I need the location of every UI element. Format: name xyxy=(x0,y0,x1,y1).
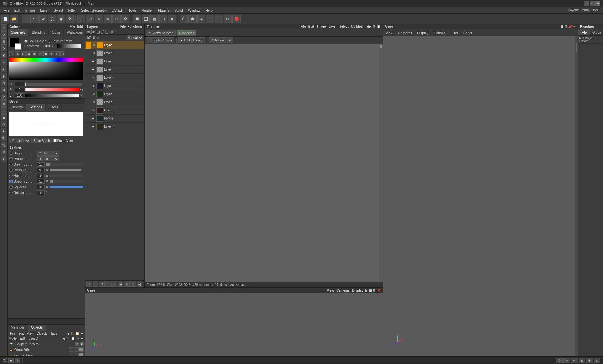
menu-help[interactable]: Help xyxy=(203,8,215,13)
layer-eye-5[interactable]: 👁 xyxy=(91,84,96,88)
pressure-radio[interactable] xyxy=(9,169,13,172)
tool-b5[interactable]: ⊕ xyxy=(1,80,7,86)
tab-filters[interactable]: Filters xyxy=(46,104,62,111)
layer-move-dn-btn[interactable]: ↓ xyxy=(111,281,117,287)
toolbar-b1[interactable]: ⬚ xyxy=(77,15,85,23)
menu-select[interactable]: Select xyxy=(51,8,66,13)
view-display-menu[interactable]: Display xyxy=(415,30,431,35)
layer-item-7[interactable]: 👁 Layer 9 xyxy=(85,98,144,106)
obj-arrow[interactable]: ◀ xyxy=(67,332,69,335)
tool-b7[interactable]: ⚙ xyxy=(1,94,7,100)
bt-2[interactable]: ◈ xyxy=(563,358,570,363)
layer-item-8[interactable]: 👁 Layer 8 xyxy=(85,106,144,115)
tool-select[interactable]: ↖ xyxy=(1,24,7,31)
pressure-slider[interactable] xyxy=(50,169,83,171)
layer-move-up-btn[interactable]: ↑ xyxy=(105,281,111,287)
brightness-slider[interactable] xyxy=(57,44,81,48)
layer-eye-7[interactable]: 👁 xyxy=(91,100,96,104)
obj-vis-1[interactable] xyxy=(69,347,73,352)
tab-settings[interactable]: Settings xyxy=(26,104,46,111)
view-pin-icon[interactable]: 📌 xyxy=(568,25,573,28)
status-btn-2[interactable]: ✕ xyxy=(15,358,20,363)
menu-image[interactable]: Image xyxy=(23,8,38,13)
connected-btn[interactable]: Connected xyxy=(177,30,196,36)
toolbar-c1[interactable]: 🔲 xyxy=(133,15,141,23)
obj-vis-5[interactable] xyxy=(74,353,79,356)
color-tool-9[interactable]: ⊟ xyxy=(55,51,60,56)
toolbar-b5[interactable]: ⊗ xyxy=(112,15,121,23)
squeeze-input[interactable] xyxy=(37,185,45,189)
layer-add-btn[interactable]: + xyxy=(86,281,92,287)
v-slider[interactable] xyxy=(25,94,79,97)
hue-bar[interactable] xyxy=(9,58,83,62)
menu-file[interactable]: File xyxy=(1,8,12,13)
obj-body-sphere[interactable]: ▲ body_sphere xyxy=(8,352,85,356)
obj-extra2[interactable]: 📋 xyxy=(75,332,80,335)
view-panel-menu[interactable]: Panel xyxy=(461,30,475,35)
s-value-input[interactable] xyxy=(15,88,24,92)
rotation-input[interactable] xyxy=(37,190,45,195)
toolbar-rotate[interactable]: ⟳ xyxy=(39,15,47,23)
layer-item-0[interactable]: 👁 Layer xyxy=(85,41,144,49)
blend-mode-select[interactable]: Normal xyxy=(126,35,143,40)
obj-object299[interactable]: ▲ Object299 xyxy=(8,347,85,352)
layer-merge-btn[interactable]: ⊞ xyxy=(124,281,130,287)
tool-c3[interactable]: ◼ xyxy=(1,114,7,120)
bottom-cameras-menu[interactable]: Cameras xyxy=(335,289,351,292)
color-tool-7[interactable]: ◼ xyxy=(43,51,48,56)
tool-b2[interactable]: ✏ xyxy=(1,59,7,65)
store-color-checkbox[interactable] xyxy=(53,139,57,142)
obj-vis-3[interactable] xyxy=(79,347,84,352)
toolbar-circle[interactable]: ◯ xyxy=(48,15,56,23)
tab-color[interactable]: Color xyxy=(49,29,63,36)
menu-select-geometry[interactable]: Select Geometry xyxy=(79,8,109,13)
toolbar-c2[interactable]: 🔳 xyxy=(142,15,150,23)
hardness-slider[interactable] xyxy=(50,174,83,177)
layer-eye-4[interactable]: 👁 xyxy=(91,76,96,80)
h-slider[interactable] xyxy=(25,83,82,86)
bottom-display-menu[interactable]: Display xyxy=(351,289,365,292)
spacing-slider[interactable] xyxy=(50,180,83,183)
tex-scroll-1[interactable]: ▲ xyxy=(380,45,382,48)
toolbar-d6[interactable]: ⊠ xyxy=(224,15,232,23)
tool-rotate[interactable]: ⟳ xyxy=(1,45,7,51)
color-tool-1[interactable]: ⬡ xyxy=(9,51,14,56)
tool-c4[interactable]: ⬡ xyxy=(1,121,7,127)
toolbar-d1[interactable]: ⬡ xyxy=(180,15,188,23)
bottom-view-menu[interactable]: View xyxy=(326,289,335,292)
toolbar-d3[interactable]: ◈ xyxy=(197,15,205,23)
layer-item-3[interactable]: 👁 Layer xyxy=(85,66,144,74)
layer-item-9[interactable]: 👁 레이어 xyxy=(85,115,144,123)
mode-extra3[interactable]: ↩ xyxy=(76,337,80,340)
mode-extra2[interactable]: 📋 xyxy=(70,337,75,340)
layer-eye-2[interactable]: 👁 xyxy=(91,59,96,64)
bt-4[interactable]: ▦ xyxy=(579,358,585,363)
mode-extra1[interactable]: ⚙ xyxy=(66,337,70,340)
solid-color-radio[interactable]: Solid Color xyxy=(24,39,46,43)
layer-flat-btn[interactable]: ≡ xyxy=(130,281,136,287)
toolbar-b3[interactable]: ◈ xyxy=(95,15,103,23)
toolbar-b4[interactable]: ⊕ xyxy=(104,15,112,23)
tool-b4[interactable]: ◈ xyxy=(1,73,7,79)
layer-eye-3[interactable]: 👁 xyxy=(91,67,96,72)
colors-edit-menu[interactable]: Edit xyxy=(77,25,83,28)
brushes-tab-group[interactable]: Group xyxy=(591,29,603,35)
menu-layer[interactable]: Layer xyxy=(37,8,51,13)
tool-c8[interactable]: ⊞ xyxy=(1,149,7,155)
tex-select-menu[interactable]: Select xyxy=(338,25,350,28)
tool-b1[interactable]: ▣ xyxy=(1,52,7,58)
layer-eye-10[interactable]: 👁 xyxy=(91,125,96,129)
layer-eye-1[interactable]: 👁 xyxy=(91,51,96,56)
h-value-input[interactable] xyxy=(15,82,24,86)
toolbar-b6[interactable]: ⚙ xyxy=(121,15,129,23)
layers-file-menu[interactable]: File xyxy=(120,25,126,28)
layer-grp-btn[interactable]: ▣ xyxy=(118,281,123,287)
bt-5[interactable]: ⬢ xyxy=(586,358,593,363)
status-btn-1[interactable]: ▣ xyxy=(8,358,14,363)
bottom-expand-icon[interactable]: ⊞ xyxy=(368,289,372,292)
menu-filter[interactable]: Filter xyxy=(66,8,78,13)
spacing-checkbox[interactable]: ✓ xyxy=(9,180,13,183)
rotation-radio[interactable] xyxy=(9,191,13,194)
close-button[interactable]: ✕ xyxy=(595,1,600,6)
layer-del-btn[interactable]: − xyxy=(93,281,98,287)
